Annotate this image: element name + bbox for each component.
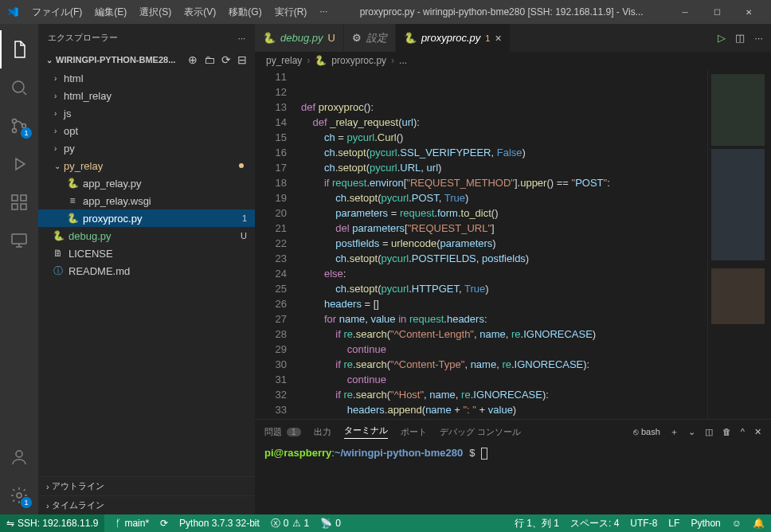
activity-remote-icon[interactable] — [0, 221, 38, 260]
status-bell-icon[interactable]: 🔔 — [753, 518, 765, 529]
tree-file[interactable]: ⓘREADME.md — [38, 262, 255, 280]
split-terminal-icon[interactable]: ◫ — [705, 427, 713, 437]
maximize-icon[interactable]: ☐ — [701, 0, 733, 24]
menu-file[interactable]: ファイル(F) — [25, 6, 88, 19]
kill-terminal-icon[interactable]: 🗑 — [722, 427, 731, 436]
code-line[interactable]: else: — [301, 266, 707, 281]
activity-account-icon[interactable] — [0, 438, 38, 476]
split-editor-icon[interactable]: ◫ — [735, 32, 745, 44]
sidebar-root-section[interactable]: ⌄ WIRINGPI-PYTHON-BME28... ⊕ 🗀 ⟳ ⊟ — [38, 52, 255, 68]
code-line[interactable]: headers = [] — [301, 296, 707, 311]
code-line[interactable]: def proxyproc(): — [301, 100, 707, 115]
code-editor[interactable]: 1112131415161718192021222324252627282930… — [255, 69, 771, 419]
status-language[interactable]: Python — [691, 518, 720, 529]
menu-edit[interactable]: 編集(E) — [88, 6, 133, 19]
sidebar-outline[interactable]: › アウトライン — [38, 476, 255, 495]
tree-file[interactable]: 🐍debug.pyU — [38, 227, 255, 244]
code-line[interactable]: continue — [301, 372, 707, 387]
status-python[interactable]: Python 3.7.3 32-bit — [179, 518, 260, 529]
tree-folder[interactable]: ›py — [38, 139, 255, 157]
breadcrumb-item[interactable]: proxyproc.py — [331, 55, 386, 66]
terminal-dropdown-icon[interactable]: ⌄ — [688, 427, 695, 437]
code-line[interactable]: if re.search("^Content-Type", name, re.I… — [301, 357, 707, 372]
status-branch[interactable]: ᚶ main* — [115, 518, 149, 529]
minimize-icon[interactable]: ─ — [669, 0, 701, 24]
refresh-icon[interactable]: ⟳ — [221, 53, 231, 66]
tree-folder[interactable]: ›html_relay — [38, 87, 255, 104]
status-encoding[interactable]: UTF-8 — [630, 518, 657, 529]
activity-extensions-icon[interactable] — [0, 183, 38, 221]
code-line[interactable]: def _relay_request(url): — [301, 115, 707, 130]
sidebar-more-icon[interactable]: ··· — [238, 33, 245, 43]
editor-tab[interactable]: 🐍proxyproc.py1× — [396, 24, 511, 52]
collapse-icon[interactable]: ⊟ — [237, 53, 247, 66]
activity-search-icon[interactable] — [0, 68, 38, 107]
tree-folder[interactable]: ⌄py_relay — [38, 157, 255, 174]
activity-settings-icon[interactable]: 1 — [0, 476, 38, 514]
panel-tab-debug-console[interactable]: デバッグ コンソール — [440, 426, 521, 438]
breadcrumb-item[interactable]: 🐍 — [315, 55, 327, 66]
sidebar-timeline[interactable]: › タイムライン — [38, 495, 255, 514]
tree-folder[interactable]: ›opt — [38, 122, 255, 139]
close-icon[interactable]: ✕ — [733, 0, 765, 24]
status-eol[interactable]: LF — [668, 518, 679, 529]
code-line[interactable]: if request.environ["REQUEST_METHOD"].upp… — [301, 175, 707, 190]
panel-tab-output[interactable]: 出力 — [314, 426, 331, 438]
tree-folder[interactable]: ›js — [38, 104, 255, 122]
tree-file[interactable]: ≡app_relay.wsgi — [38, 192, 255, 209]
run-icon[interactable]: ▷ — [718, 32, 726, 44]
code-line[interactable]: del parameters["REQUEST_URL"] — [301, 221, 707, 236]
code-line[interactable]: ch = pycurl.Curl() — [301, 130, 707, 145]
menu-view[interactable]: 表示(V) — [178, 6, 222, 19]
tree-file[interactable]: 🐍app_relay.py — [38, 174, 255, 192]
code-line[interactable]: if re.search("^Content-Length", name, re… — [301, 327, 707, 342]
editor-tab[interactable]: 🐍debug.pyU — [255, 24, 344, 52]
status-sync-icon[interactable]: ⟳ — [160, 518, 168, 529]
activity-scm-icon[interactable]: 1 — [0, 107, 38, 145]
menu-more-icon[interactable]: ··· — [313, 6, 334, 19]
code-line[interactable]: ch.setopt(pycurl.HTTPGET, True) — [301, 281, 707, 296]
editor-more-icon[interactable]: ··· — [754, 32, 763, 44]
code-line[interactable] — [301, 84, 707, 100]
status-indent[interactable]: スペース: 4 — [570, 517, 619, 530]
status-cursor[interactable]: 行 1、列 1 — [515, 517, 559, 530]
menu-selection[interactable]: 選択(S) — [133, 6, 178, 19]
status-ports[interactable]: 📡 0 — [320, 518, 341, 529]
new-file-icon[interactable]: ⊕ — [188, 53, 198, 66]
terminal[interactable]: pi@raspberry:~/wiringpi-python-bme280 $ — [255, 444, 771, 514]
code-line[interactable]: headers.append("REMOTE_ADDR_X: " + reque… — [301, 417, 707, 419]
panel-tab-problems[interactable]: 問題1 — [264, 426, 301, 438]
code-line[interactable] — [301, 69, 707, 84]
code-line[interactable]: for name, value in request.headers: — [301, 311, 707, 327]
activity-explorer-icon[interactable] — [0, 30, 38, 68]
code-line[interactable]: if re.search("^Host", name, re.IGNORECAS… — [301, 387, 707, 402]
breadcrumb-item[interactable]: py_relay — [266, 55, 302, 66]
tree-file[interactable]: 🗎LICENSE — [38, 244, 255, 262]
code-line[interactable]: ch.setopt(pycurl.URL, url) — [301, 160, 707, 175]
tree-file[interactable]: 🐍proxyproc.py1 — [38, 209, 255, 227]
editor-tab[interactable]: ⚙設定 — [344, 24, 396, 52]
code-line[interactable]: ch.setopt(pycurl.POSTFIELDS, postfields) — [301, 251, 707, 266]
breadcrumb-item[interactable]: ... — [399, 55, 407, 66]
maximize-panel-icon[interactable]: ^ — [741, 427, 745, 436]
code-line[interactable]: parameters = request.form.to_dict() — [301, 205, 707, 221]
menu-go[interactable]: 移動(G) — [222, 6, 268, 19]
tree-folder[interactable]: ›html — [38, 69, 255, 87]
status-feedback-icon[interactable]: ☺ — [732, 518, 742, 529]
code-line[interactable]: ch.setopt(pycurl.POST, True) — [301, 190, 707, 205]
code-line[interactable]: ch.setopt(pycurl.SSL_VERIFYPEER, False) — [301, 145, 707, 160]
close-panel-icon[interactable]: ✕ — [754, 427, 761, 437]
code-line[interactable]: continue — [301, 342, 707, 357]
new-folder-icon[interactable]: 🗀 — [204, 53, 215, 66]
activity-debug-icon[interactable] — [0, 145, 38, 183]
status-remote[interactable]: ⇋ SSH: 192.168.11.9 — [0, 514, 104, 532]
minimap[interactable] — [707, 69, 771, 419]
status-problems[interactable]: ⓧ 0 ⚠ 1 — [271, 517, 309, 530]
panel-tab-ports[interactable]: ポート — [401, 426, 427, 438]
tab-close-icon[interactable]: × — [495, 32, 501, 45]
terminal-shell-icon[interactable]: ⎋ bash — [633, 427, 660, 436]
code-line[interactable]: headers.append(name + ": " + value) — [301, 402, 707, 417]
menu-run[interactable]: 実行(R) — [268, 6, 314, 19]
new-terminal-icon[interactable]: ＋ — [670, 426, 679, 438]
panel-tab-terminal[interactable]: ターミナル — [344, 424, 388, 439]
